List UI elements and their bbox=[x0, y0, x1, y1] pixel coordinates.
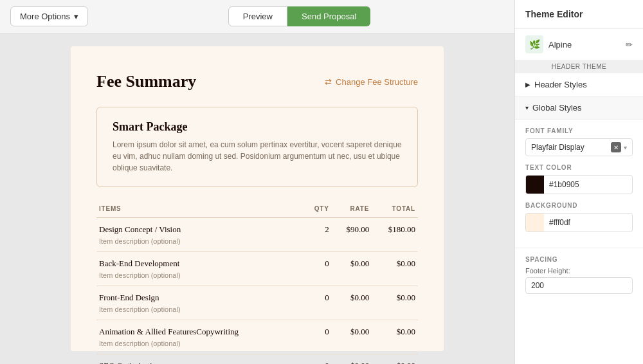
col-items: Items bbox=[96, 200, 303, 218]
change-fee-text: Change Fee Structure bbox=[336, 77, 418, 87]
chevron-down-icon: ▾ bbox=[525, 104, 529, 111]
item-rate: $0.00 bbox=[332, 320, 372, 339]
item-qty: 0 bbox=[303, 320, 331, 339]
preview-label: Preview bbox=[243, 12, 273, 21]
header-styles-section[interactable]: ▶ Header Styles bbox=[515, 73, 643, 96]
item-rate: $0.00 bbox=[332, 252, 372, 271]
send-proposal-button[interactable]: Send Proposal bbox=[287, 6, 370, 26]
transfer-icon: ⇄ bbox=[325, 77, 332, 87]
item-qty: 2 bbox=[303, 218, 331, 237]
background-value[interactable] bbox=[544, 215, 633, 230]
item-desc: Item description (optional) bbox=[96, 270, 418, 286]
document: Fee Summary ⇄ Change Fee Structure Smart… bbox=[71, 46, 444, 351]
item-qty: 0 bbox=[303, 286, 331, 305]
document-area: Fee Summary ⇄ Change Fee Structure Smart… bbox=[0, 33, 514, 364]
table-row: Back-End Development 0 $0.00 $0.00 bbox=[96, 252, 418, 271]
font-select-value: Playfair Display bbox=[531, 143, 611, 152]
send-proposal-label: Send Proposal bbox=[302, 12, 356, 21]
theme-name: Alpine bbox=[548, 40, 620, 50]
text-color-swatch[interactable] bbox=[526, 176, 544, 194]
table-row: Design Concept / Vision 2 $90.00 $180.00 bbox=[96, 218, 418, 237]
table-row-desc: Item description (optional) bbox=[96, 304, 418, 320]
toolbar: More Options ▾ Preview Send Proposal bbox=[0, 0, 514, 33]
theme-edit-icon[interactable]: ✏ bbox=[626, 40, 633, 50]
toolbar-left: More Options ▾ bbox=[10, 6, 88, 26]
spacing-section: Spacing Footer Height: bbox=[515, 248, 643, 302]
col-qty: Qty bbox=[303, 200, 331, 218]
footer-height-input[interactable] bbox=[525, 277, 633, 294]
text-color-input[interactable] bbox=[525, 175, 633, 194]
background-swatch[interactable] bbox=[526, 214, 544, 232]
item-total: $0.00 bbox=[372, 354, 418, 365]
package-name: Smart Package bbox=[113, 120, 402, 134]
item-total: $0.00 bbox=[372, 286, 418, 305]
background-input[interactable] bbox=[525, 213, 633, 232]
font-clear-icon[interactable]: ✕ bbox=[611, 142, 621, 152]
chevron-down-icon: ▾ bbox=[74, 12, 78, 21]
font-family-section: Font Family Playfair Display ✕ ▾ Text Co… bbox=[515, 120, 643, 248]
item-name: Animation & Allied FeaturesCopywriting bbox=[96, 320, 303, 339]
item-total: $180.00 bbox=[372, 218, 418, 237]
item-desc: Item description (optional) bbox=[96, 236, 418, 252]
item-name: Design Concept / Vision bbox=[96, 218, 303, 237]
item-name: Back-End Development bbox=[96, 252, 303, 271]
font-select[interactable]: Playfair Display ✕ ▾ bbox=[525, 138, 633, 156]
text-color-value[interactable] bbox=[544, 177, 633, 192]
package-desc: Lorem ipsum dolor sit amet, ea cum solum… bbox=[113, 139, 402, 174]
item-name: SEO Optimisation bbox=[96, 354, 303, 365]
theme-selector: 🌿 Alpine ✏ bbox=[515, 29, 643, 60]
item-name: Front-End Design bbox=[96, 286, 303, 305]
table-row-desc: Item description (optional) bbox=[96, 270, 418, 286]
table-row: SEO Optimisation 0 $0.00 $0.00 bbox=[96, 354, 418, 365]
chevron-right-icon: ▶ bbox=[525, 81, 530, 88]
spacing-label: Spacing bbox=[525, 256, 633, 263]
table-row-desc: Item description (optional) bbox=[96, 338, 418, 354]
package-box: Smart Package Lorem ipsum dolor sit amet… bbox=[96, 107, 418, 187]
footer-height-label: Footer Height: bbox=[525, 267, 633, 275]
more-options-label: More Options bbox=[20, 12, 70, 21]
doc-title: Fee Summary bbox=[96, 72, 196, 91]
item-total: $0.00 bbox=[372, 252, 418, 271]
table-header-row: Items Qty Rate Total bbox=[96, 200, 418, 218]
panel-title: Theme Editor bbox=[515, 0, 643, 29]
font-dropdown-icon[interactable]: ▾ bbox=[624, 144, 627, 151]
table-row-desc: Item description (optional) bbox=[96, 236, 418, 252]
item-rate: $0.00 bbox=[332, 286, 372, 305]
table-row: Front-End Design 0 $0.00 $0.00 bbox=[96, 286, 418, 305]
item-total: $0.00 bbox=[372, 320, 418, 339]
toolbar-center: Preview Send Proposal bbox=[95, 6, 504, 26]
item-qty: 0 bbox=[303, 252, 331, 271]
right-panel: Theme Editor 🌿 Alpine ✏ Header Theme ▶ H… bbox=[514, 0, 643, 364]
text-color-label: Text Color bbox=[525, 164, 633, 171]
item-desc: Item description (optional) bbox=[96, 338, 418, 354]
preview-button[interactable]: Preview bbox=[228, 6, 287, 26]
doc-header: Fee Summary ⇄ Change Fee Structure bbox=[96, 72, 418, 91]
font-family-label: Font Family bbox=[525, 127, 633, 134]
theme-icon: 🌿 bbox=[525, 35, 543, 53]
table-row: Animation & Allied FeaturesCopywriting 0… bbox=[96, 320, 418, 339]
change-fee-link[interactable]: ⇄ Change Fee Structure bbox=[325, 77, 418, 87]
item-rate: $0.00 bbox=[332, 354, 372, 365]
item-rate: $90.00 bbox=[332, 218, 372, 237]
items-table: Items Qty Rate Total Design Concept / Vi… bbox=[96, 200, 418, 364]
item-desc: Item description (optional) bbox=[96, 304, 418, 320]
item-qty: 0 bbox=[303, 354, 331, 365]
global-styles-label: Global Styles bbox=[532, 103, 582, 113]
header-styles-label: Header Styles bbox=[534, 80, 587, 89]
theme-label: Header Theme bbox=[515, 60, 643, 73]
background-label: Background bbox=[525, 202, 633, 209]
more-options-button[interactable]: More Options ▾ bbox=[10, 6, 88, 26]
col-rate: Rate bbox=[332, 200, 372, 218]
global-styles-section[interactable]: ▾ Global Styles bbox=[515, 96, 643, 120]
col-total: Total bbox=[372, 200, 418, 218]
